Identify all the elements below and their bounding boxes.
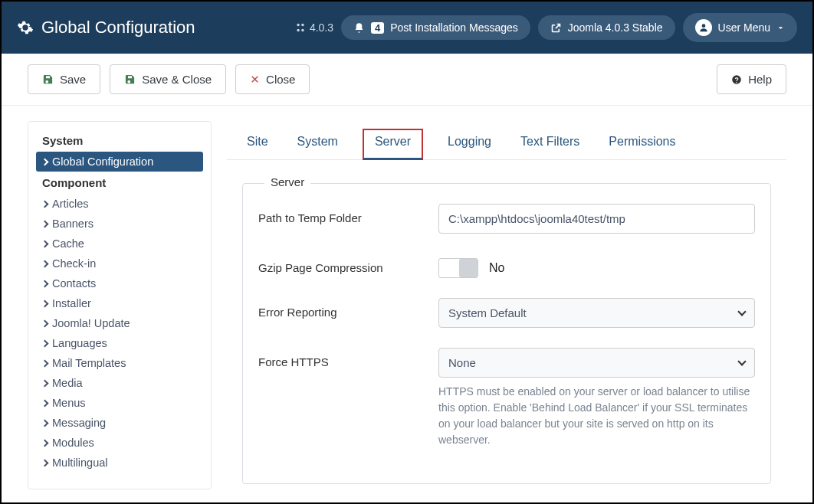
sidebar-item-joomla-update[interactable]: Joomla! Update <box>36 313 203 333</box>
tab-system[interactable]: System <box>293 129 343 159</box>
external-link-icon <box>550 22 562 34</box>
bell-icon <box>353 22 365 34</box>
save-button[interactable]: Save <box>28 64 100 94</box>
sidebar-item-mail-templates[interactable]: Mail Templates <box>36 353 203 373</box>
tab-text-filters[interactable]: Text Filters <box>516 129 584 159</box>
chevron-right-icon <box>41 399 49 407</box>
fieldset-legend: Server <box>264 175 310 188</box>
joomla-version-badge: 4.0.3 <box>295 21 333 34</box>
chevron-right-icon <box>41 220 49 227</box>
chevron-right-icon <box>41 359 49 367</box>
chevron-down-icon <box>737 307 746 316</box>
joomla-icon <box>295 22 306 33</box>
main-panel: SiteSystemServerLoggingText FiltersPermi… <box>212 121 786 489</box>
chevron-right-icon <box>41 280 49 287</box>
close-button[interactable]: Close <box>235 64 310 94</box>
sidebar-item-installer[interactable]: Installer <box>36 293 203 313</box>
path-to-temp-input[interactable] <box>438 204 755 234</box>
chevron-right-icon <box>41 158 49 165</box>
action-toolbar: Save Save & Close Close Help <box>2 54 812 106</box>
chevron-right-icon <box>41 240 49 247</box>
sidebar-item-cache[interactable]: Cache <box>36 234 203 254</box>
sidebar-item-articles[interactable]: Articles <box>36 194 203 214</box>
gzip-label: Gzip Page Compression <box>258 254 438 274</box>
gzip-value: No <box>489 261 504 275</box>
gzip-toggle[interactable] <box>438 258 478 278</box>
gear-icon <box>17 19 34 36</box>
force-https-select[interactable]: None <box>438 348 755 378</box>
force-https-help: HTTPS must be enabled on your server or … <box>438 384 755 448</box>
tab-site[interactable]: Site <box>242 129 273 159</box>
help-button[interactable]: Help <box>717 64 786 94</box>
stable-link[interactable]: Joomla 4.0.3 Stable <box>538 15 675 40</box>
sidebar-item-contacts[interactable]: Contacts <box>36 273 203 293</box>
question-icon <box>731 74 742 85</box>
force-https-label: Force HTTPS <box>258 348 438 368</box>
user-icon <box>695 19 712 36</box>
svg-point-0 <box>701 24 705 28</box>
chevron-right-icon <box>41 200 49 208</box>
page-title: Global Configuration <box>41 18 195 38</box>
chevron-down-icon <box>737 357 746 365</box>
close-icon <box>250 74 260 84</box>
tab-permissions[interactable]: Permissions <box>604 129 680 159</box>
sidebar-item-multilingual[interactable]: Multilingual <box>36 453 203 473</box>
app-header: Global Configuration 4.0.3 4 Post Instal… <box>2 2 812 54</box>
server-fieldset: Server Path to Temp Folder Gzip Page Com… <box>242 183 771 484</box>
save-icon <box>42 74 54 85</box>
sidebar-item-check-in[interactable]: Check-in <box>36 254 203 273</box>
chevron-right-icon <box>41 339 49 347</box>
sidebar-item-menus[interactable]: Menus <box>36 393 203 413</box>
notifications-button[interactable]: 4 Post Installation Messages <box>341 15 530 40</box>
error-reporting-label: Error Reporting <box>258 298 438 319</box>
user-menu-button[interactable]: User Menu <box>683 13 797 42</box>
sidebar-item-global-configuration[interactable]: Global Configuration <box>36 152 203 172</box>
error-reporting-select[interactable]: System Default <box>438 298 755 328</box>
sidebar-item-messaging[interactable]: Messaging <box>36 413 203 433</box>
notif-label: Post Installation Messages <box>390 21 518 34</box>
config-tabs: SiteSystemServerLoggingText FiltersPermi… <box>227 121 786 160</box>
save-close-button[interactable]: Save & Close <box>110 64 226 94</box>
chevron-right-icon <box>41 319 49 327</box>
path-label: Path to Temp Folder <box>258 204 438 224</box>
toggle-knob <box>459 259 478 277</box>
chevron-right-icon <box>41 299 49 307</box>
chevron-right-icon <box>41 439 49 447</box>
save-icon <box>124 74 136 85</box>
chevron-right-icon <box>41 379 49 387</box>
sidebar-heading-component: Component <box>36 172 203 194</box>
chevron-right-icon <box>41 419 49 427</box>
sidebar-item-banners[interactable]: Banners <box>36 214 203 234</box>
sidebar: System Global Configuration Component Ar… <box>28 121 212 489</box>
tab-server[interactable]: Server <box>363 129 423 160</box>
sidebar-item-media[interactable]: Media <box>36 373 203 393</box>
chevron-right-icon <box>41 459 49 466</box>
chevron-down-icon <box>776 24 785 32</box>
chevron-right-icon <box>41 260 49 267</box>
tab-logging[interactable]: Logging <box>443 129 496 159</box>
sidebar-item-languages[interactable]: Languages <box>36 333 203 353</box>
sidebar-heading-system: System <box>36 129 203 152</box>
notif-count: 4 <box>371 22 384 34</box>
sidebar-item-modules[interactable]: Modules <box>36 433 203 453</box>
